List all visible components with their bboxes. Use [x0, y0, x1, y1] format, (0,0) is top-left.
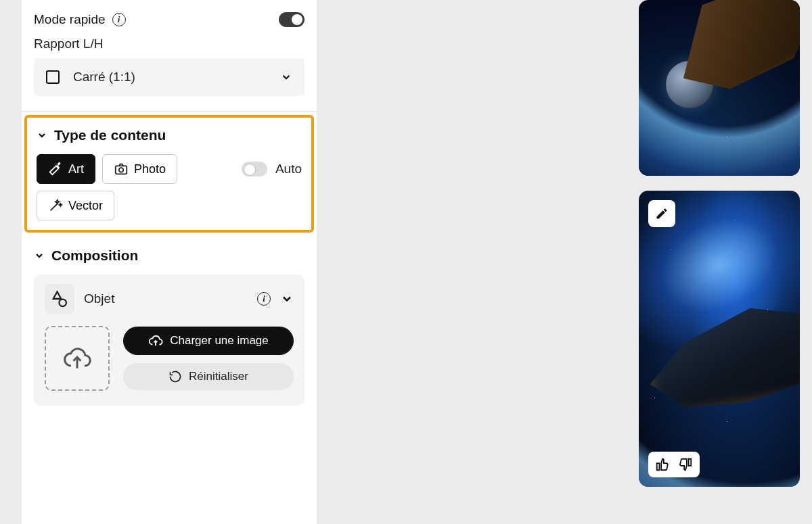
edit-button[interactable]: [648, 200, 675, 227]
shapes-icon: [45, 284, 74, 314]
upload-dropzone[interactable]: [45, 326, 110, 391]
mode-toggle[interactable]: [279, 12, 304, 27]
info-icon[interactable]: i: [257, 292, 271, 306]
pen-icon: [48, 162, 63, 176]
result-thumbnail[interactable]: [639, 191, 800, 487]
section-composition: Composition Objet i: [22, 235, 317, 421]
settings-sidebar: Mode rapide i Rapport L/H Carré (1:1) Ty…: [22, 0, 317, 524]
reset-button-label: Réinitialiser: [189, 370, 248, 383]
option-photo-label: Photo: [134, 162, 166, 176]
square-icon: [46, 70, 60, 84]
svg-rect-0: [116, 166, 127, 174]
chevron-down-icon: [34, 250, 45, 261]
thumbs-down-button[interactable]: [677, 456, 694, 473]
thumbs-down-icon: [678, 457, 693, 472]
cloud-upload-icon: [148, 333, 163, 348]
thumbs-up-icon: [655, 457, 670, 472]
section-content-type: Type de contenu Art Photo Auto: [24, 115, 314, 233]
mode-row: Mode rapide i: [34, 12, 304, 27]
auto-toggle-group: Auto: [242, 162, 302, 176]
option-vector[interactable]: Vector: [37, 191, 114, 220]
composition-object-box: Objet i: [34, 275, 304, 406]
upload-image-button[interactable]: Charger une image: [123, 327, 294, 355]
option-art-label: Art: [68, 162, 84, 176]
thumbs-up-button[interactable]: [654, 456, 671, 473]
composition-title: Composition: [51, 247, 138, 264]
reset-icon: [168, 370, 182, 383]
feedback-buttons: [648, 452, 700, 477]
section-general: Mode rapide i Rapport L/H Carré (1:1): [22, 0, 317, 112]
auto-label: Auto: [275, 162, 302, 176]
wand-icon: [48, 198, 63, 213]
aspect-value: Carré (1:1): [73, 70, 135, 85]
option-vector-label: Vector: [68, 199, 103, 213]
camera-icon: [114, 162, 129, 176]
content-type-title: Type de contenu: [54, 127, 166, 143]
upload-button-label: Charger une image: [170, 334, 269, 348]
info-icon[interactable]: i: [112, 13, 126, 26]
cloud-upload-icon: [62, 343, 92, 373]
mode-label: Mode rapide: [34, 12, 106, 27]
option-photo[interactable]: Photo: [102, 154, 177, 184]
svg-point-1: [119, 168, 123, 172]
aspect-select[interactable]: Carré (1:1): [34, 58, 304, 96]
chevron-down-icon: [280, 71, 292, 83]
auto-toggle[interactable]: [242, 162, 267, 176]
chevron-down-icon[interactable]: [280, 292, 294, 306]
aspect-label: Rapport L/H: [34, 37, 304, 51]
content-type-options: Art Photo Auto: [37, 154, 302, 184]
svg-point-2: [59, 300, 66, 307]
pencil-icon: [655, 207, 669, 220]
object-label: Objet: [84, 291, 114, 306]
result-thumbnail[interactable]: [639, 0, 800, 176]
option-art[interactable]: Art: [37, 154, 95, 184]
content-type-header[interactable]: Type de contenu: [37, 127, 302, 143]
reset-button[interactable]: Réinitialiser: [123, 363, 294, 390]
results-gallery: [639, 0, 800, 487]
chevron-down-icon: [37, 130, 47, 141]
composition-header[interactable]: Composition: [34, 247, 304, 264]
